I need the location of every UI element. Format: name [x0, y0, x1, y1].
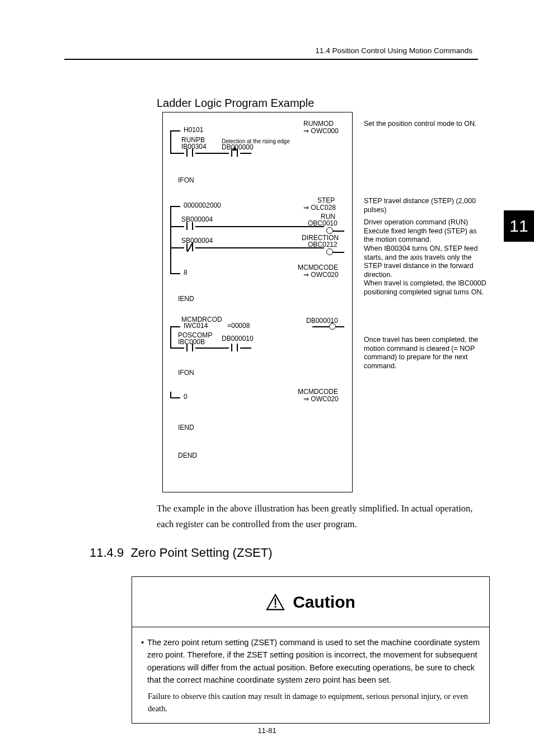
subsection-number: 11.4.9 — [90, 546, 124, 560]
subsection-title: Zero Point Setting (ZSET) — [130, 546, 272, 560]
direction-dest: OBC0212 — [308, 241, 338, 249]
step-dest: ⇒ OLC028 — [303, 204, 336, 212]
dend: DEND — [178, 452, 197, 460]
section-heading: Ladder Logic Program Example — [157, 97, 314, 110]
caution-title: Caution — [293, 593, 355, 612]
coil-dir — [326, 248, 333, 255]
caution-note: Failure to observe this caution may resu… — [148, 690, 480, 715]
iend-2: IEND — [178, 424, 194, 432]
ifon-2: IFON — [178, 369, 194, 377]
annotation-3: Once travel has been completed, the moti… — [364, 336, 487, 371]
annotation-2b: Driver operation command (RUN) Execute f… — [364, 218, 487, 297]
h-value: H0101 — [184, 126, 203, 134]
svg-point-2 — [275, 605, 277, 607]
chapter-tab: 11 — [504, 210, 534, 242]
mcmd-dest-2: ⇒ OWC020 — [303, 396, 339, 403]
bullet-marker: • — [141, 636, 144, 687]
ifon-1: IFON — [178, 177, 194, 185]
annotation-2a: STEP travel distance (STEP) (2,000 pulse… — [364, 197, 487, 214]
contact-poscomp — [184, 344, 195, 351]
body-paragraph: The example in the above illustration ha… — [157, 501, 487, 532]
val-2000: 0000002000 — [184, 202, 221, 210]
subsection-heading: 11.4.9 Zero Point Setting (ZSET) — [90, 546, 273, 560]
header-rule — [64, 59, 478, 60]
coil-run — [326, 227, 333, 234]
eq-label: =00008 — [227, 322, 250, 330]
coil-db-out — [329, 323, 336, 330]
warning-icon — [266, 594, 285, 611]
page-number: 11-81 — [257, 726, 276, 735]
iwc-label: IWC014 — [184, 322, 208, 330]
caution-bullet-text: The zero point return setting (ZSET) com… — [147, 636, 480, 687]
run-dest: OBC0010 — [308, 220, 338, 228]
eight-label: 8 — [184, 269, 188, 277]
contact-edge — [229, 149, 240, 157]
header-breadcrumb: 11.4 Position Control Using Motion Comma… — [315, 46, 472, 55]
iend-1: IEND — [178, 295, 194, 303]
mcmd-dest-1: ⇒ OWC020 — [303, 271, 339, 279]
annotation-1: Set the position control mode to ON. — [364, 120, 487, 129]
runmod-dest: ⇒ OWC000 — [303, 128, 339, 135]
contact-db-in — [229, 344, 240, 351]
contact-runpb — [184, 149, 195, 157]
zero-label: 0 — [184, 393, 188, 401]
ladder-diagram: H0101 RUNMOD ⇒ OWC000 RUNPB IB00304 Dete… — [162, 112, 487, 492]
caution-box: Caution • The zero point return setting … — [132, 576, 490, 724]
contact-sb1 — [184, 222, 195, 230]
db-in-label: DB000010 — [222, 335, 254, 343]
contact-sb2 — [184, 243, 195, 251]
